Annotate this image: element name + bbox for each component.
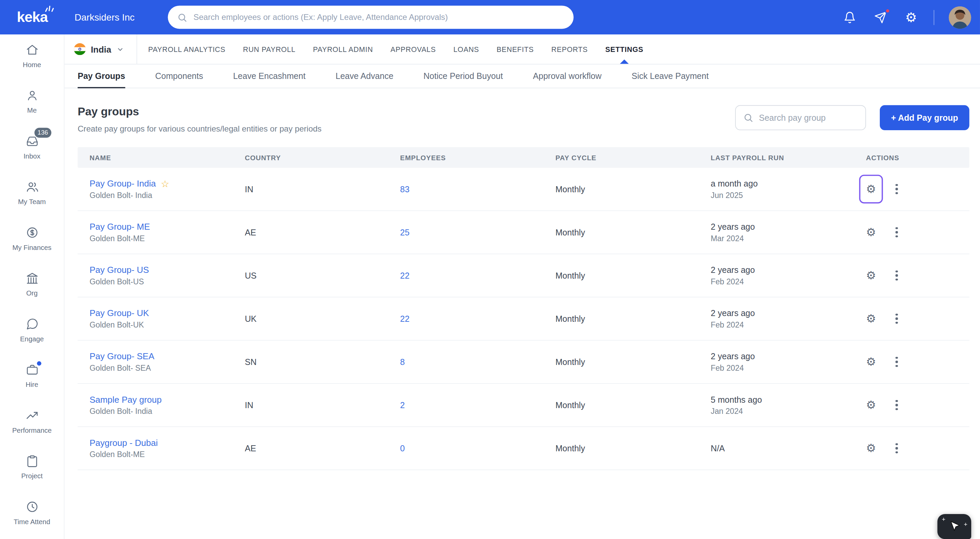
employees-count-link[interactable]: 0 xyxy=(400,444,405,453)
country-selector[interactable]: India xyxy=(64,34,137,64)
sidebar-item-me[interactable]: Me xyxy=(0,80,64,126)
employees-count-link[interactable]: 22 xyxy=(400,271,410,280)
nav-payroll-admin[interactable]: PAYROLL ADMIN xyxy=(313,34,373,64)
global-search[interactable] xyxy=(168,6,573,29)
sidebar-item-label: Inbox xyxy=(24,152,40,159)
nav-payroll-analytics[interactable]: PAYROLL ANALYTICS xyxy=(148,34,225,64)
employees-count-link[interactable]: 83 xyxy=(400,184,410,194)
payroll-navbar: India PAYROLL ANALYTICS RUN PAYROLL PAYR… xyxy=(64,34,980,64)
settings-button[interactable]: ⚙ xyxy=(903,9,919,25)
clock-icon xyxy=(25,500,38,514)
nav-settings[interactable]: SETTINGS xyxy=(605,34,643,64)
company-name: Darksiders Inc xyxy=(75,12,135,22)
pay-cycle: Monthly xyxy=(544,444,698,453)
sidebar-item-label: Me xyxy=(27,107,37,114)
employees-count-link[interactable]: 22 xyxy=(400,314,410,323)
last-run: 2 years ago xyxy=(711,308,854,318)
pay-group-name-link[interactable]: Paygroup - Dubai xyxy=(89,437,158,448)
pay-cycle: Monthly xyxy=(544,228,698,237)
pay-group-settings-button[interactable]: ⚙ xyxy=(859,391,883,419)
pay-group-name-link[interactable]: Pay Group- SEA xyxy=(89,351,154,361)
nav-settings-label: SETTINGS xyxy=(605,46,643,53)
sidebar-item-time-attend[interactable]: Time Attend xyxy=(0,491,64,537)
pay-group-name-link[interactable]: Pay Group- US xyxy=(89,265,149,275)
row-menu-button[interactable] xyxy=(892,310,901,328)
pay-group-settings-button[interactable]: ⚙ xyxy=(859,218,883,246)
employees-count-link[interactable]: 8 xyxy=(400,357,405,367)
column-header-last-payroll-run: LAST PAYROLL RUN xyxy=(699,154,854,161)
pay-group-search[interactable] xyxy=(735,105,866,130)
tab-sick-leave-payment[interactable]: Sick Leave Payment xyxy=(632,64,708,88)
employees-count-link[interactable]: 2 xyxy=(400,401,405,410)
pay-group-name-link[interactable]: Pay Group- UK xyxy=(89,308,149,318)
sidebar-item-my-team[interactable]: My Team xyxy=(0,172,64,218)
sidebar-item-project[interactable]: Project xyxy=(0,446,64,492)
gear-icon: ⚙ xyxy=(866,399,876,410)
engage-icon xyxy=(25,317,38,331)
table-row: Pay Group- ME Golden Bolt-ME AE 25 Month… xyxy=(78,211,969,254)
last-run: 2 years ago xyxy=(711,351,854,361)
row-menu-button[interactable] xyxy=(892,267,901,285)
tab-approval-workflow[interactable]: Approval workflow xyxy=(533,64,601,88)
tab-pay-groups[interactable]: Pay Groups xyxy=(78,64,125,88)
last-run-date: Jan 2024 xyxy=(711,407,854,415)
pay-group-settings-button[interactable]: ⚙ xyxy=(859,347,883,376)
keka-logo[interactable]: keka xyxy=(0,0,64,34)
add-pay-group-button[interactable]: + Add Pay group xyxy=(880,105,969,130)
nav-reports[interactable]: REPORTS xyxy=(551,34,588,64)
announcements-button[interactable] xyxy=(872,9,889,25)
sidebar-item-inbox[interactable]: 136 Inbox xyxy=(0,126,64,172)
global-search-input[interactable] xyxy=(194,13,565,22)
row-menu-button[interactable] xyxy=(892,396,901,414)
legal-entity: Golden Bolt- India xyxy=(89,407,233,416)
last-run: N/A xyxy=(711,444,854,453)
nav-run-payroll[interactable]: RUN PAYROLL xyxy=(243,34,296,64)
row-menu-button[interactable] xyxy=(892,353,901,371)
row-menu-button[interactable] xyxy=(892,180,901,198)
pay-group-settings-button[interactable]: ⚙ xyxy=(859,434,883,463)
employees-count-link[interactable]: 25 xyxy=(400,228,410,237)
pay-cycle: Monthly xyxy=(544,401,698,410)
sidebar-item-performance[interactable]: Performance xyxy=(0,400,64,446)
legal-entity: Golden Bolt-ME xyxy=(89,234,233,243)
sidebar-item-engage[interactable]: Engage xyxy=(0,308,64,355)
pay-group-name-link[interactable]: Sample Pay group xyxy=(89,394,162,404)
pay-group-settings-button[interactable]: ⚙ xyxy=(859,304,883,333)
content: Pay groups Create pay groups for various… xyxy=(64,88,980,470)
keka-logo-text: keka xyxy=(17,9,48,25)
sidebar-item-label: Engage xyxy=(20,335,43,342)
nav-benefits[interactable]: BENEFITS xyxy=(496,34,534,64)
row-menu-button[interactable] xyxy=(892,223,901,241)
pay-group-name-link[interactable]: Pay Group- ME xyxy=(89,222,150,232)
tab-leave-advance[interactable]: Leave Advance xyxy=(336,64,393,88)
notifications-button[interactable] xyxy=(842,9,858,25)
pay-group-settings-button[interactable]: ⚙ xyxy=(859,261,883,290)
topbar-divider xyxy=(934,10,934,25)
table-header: NAME COUNTRY EMPLOYEES PAY CYCLE LAST PA… xyxy=(78,147,969,168)
star-icon[interactable]: ☆ xyxy=(161,179,169,188)
logo-spark-icon xyxy=(45,5,55,13)
tab-notice-period-buyout[interactable]: Notice Period Buyout xyxy=(423,64,503,88)
sidebar-item-org[interactable]: Org xyxy=(0,263,64,309)
last-run-date: Feb 2024 xyxy=(711,277,854,286)
sidebar-item-hire[interactable]: Hire xyxy=(0,355,64,401)
sidebar-item-home[interactable]: Home xyxy=(0,34,64,80)
column-header-country: COUNTRY xyxy=(233,154,388,161)
tab-components[interactable]: Components xyxy=(155,64,203,88)
nav-loans[interactable]: LOANS xyxy=(453,34,479,64)
pay-group-search-input[interactable] xyxy=(759,113,858,122)
sidebar-item-label: My Team xyxy=(18,198,46,205)
nav-approvals[interactable]: APPROVALS xyxy=(391,34,436,64)
announcements-icon xyxy=(874,11,886,23)
pay-group-settings-button[interactable]: ⚙ xyxy=(859,175,883,204)
sidebar-item-my-finances[interactable]: My Finances xyxy=(0,217,64,263)
payroll-nav-items: PAYROLL ANALYTICS RUN PAYROLL PAYROLL AD… xyxy=(148,34,643,64)
legal-entity: Golden Bolt- India xyxy=(89,191,233,200)
pay-group-name-link[interactable]: Pay Group- India xyxy=(89,178,156,189)
tab-leave-encashment[interactable]: Leave Encashment xyxy=(233,64,305,88)
inbox-badge: 136 xyxy=(34,128,51,138)
avatar[interactable] xyxy=(949,6,971,29)
row-menu-button[interactable] xyxy=(892,439,901,457)
last-run-date: Feb 2024 xyxy=(711,364,854,372)
gear-icon: ⚙ xyxy=(866,442,876,454)
